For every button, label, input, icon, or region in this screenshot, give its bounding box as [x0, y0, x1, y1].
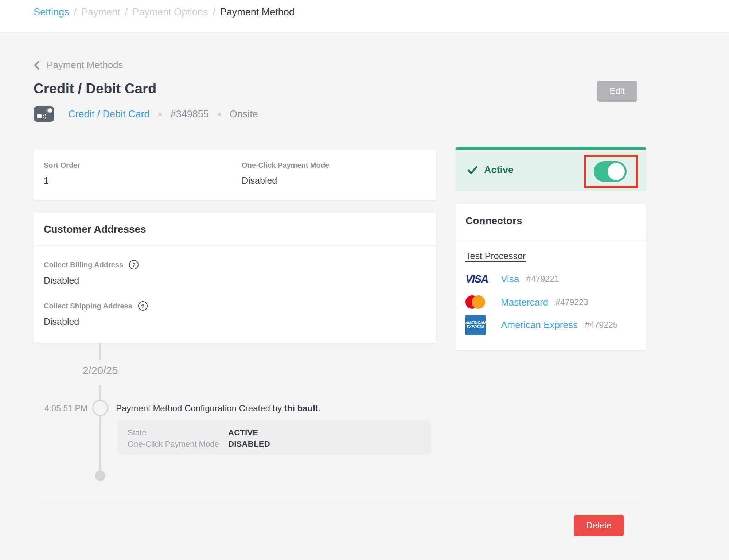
- connector-amex-link[interactable]: American Express: [501, 319, 578, 331]
- customer-addresses-card: Customer Addresses Collect Billing Addre…: [34, 213, 436, 343]
- connector-row-visa: VISA Visa #479221: [465, 271, 559, 287]
- detail-one-click-label: One-Click Payment Mode: [128, 438, 228, 450]
- sort-order-field: Sort Order 1: [44, 161, 80, 186]
- breadcrumb-settings[interactable]: Settings: [34, 7, 69, 18]
- connectors-title: Connectors: [465, 215, 522, 227]
- billing-address-label: Collect Billing Address: [44, 261, 123, 269]
- shipping-address-label: Collect Shipping Address: [44, 302, 132, 310]
- timeline-line: [99, 385, 101, 400]
- billing-address-value: Disabled: [44, 275, 139, 286]
- billing-address-field: Collect Billing Address ? Disabled: [44, 260, 139, 286]
- page-title: Credit / Debit Card: [34, 81, 156, 97]
- help-icon[interactable]: ?: [129, 260, 139, 269]
- overview-card: Sort Order 1 One-Click Payment Mode Disa…: [34, 150, 436, 200]
- separator-square: [159, 113, 162, 116]
- breadcrumb-separator: /: [74, 7, 77, 18]
- one-click-label: One-Click Payment Mode: [242, 161, 329, 170]
- back-to-payment-methods-link[interactable]: Payment Methods: [33, 59, 123, 71]
- sort-order-label: Sort Order: [44, 161, 80, 170]
- detail-state-value: ACTIVE: [228, 427, 258, 438]
- timeline-end-dot: [95, 471, 105, 481]
- event-details-box: State ACTIVE One-Click Payment Mode DISA…: [118, 420, 431, 455]
- help-icon[interactable]: ?: [138, 301, 148, 311]
- delete-button[interactable]: Delete: [574, 515, 624, 536]
- separator-square: [218, 113, 221, 116]
- highlight-annotation: [584, 155, 638, 188]
- edit-button[interactable]: Edit: [597, 81, 637, 102]
- breadcrumb-payment-options[interactable]: Payment Options: [132, 7, 208, 18]
- processor-link[interactable]: Test Processor: [465, 251, 526, 261]
- divider: [34, 245, 436, 246]
- credit-card-icon: [34, 106, 54, 122]
- connector-amex-id: #479225: [585, 320, 618, 330]
- payment-method-detail-page: Settings / Payment / Payment Options / P…: [0, 0, 729, 560]
- event-detail-row: State ACTIVE: [128, 427, 431, 438]
- top-bar: Settings / Payment / Payment Options / P…: [0, 0, 729, 33]
- breadcrumb-separator: /: [125, 7, 128, 18]
- timeline-event-marker: [92, 400, 108, 416]
- active-toggle[interactable]: [594, 161, 627, 182]
- sort-order-value: 1: [44, 175, 80, 186]
- connectors-card: Connectors Test Processor VISA Visa #479…: [456, 204, 646, 350]
- method-channel: Onsite: [230, 109, 258, 120]
- amex-logo-icon: AMERICAN EXPRESS: [465, 315, 486, 335]
- timeline-event-time: 4:05:51 PM: [21, 404, 87, 413]
- shipping-address-field: Collect Shipping Address ? Disabled: [44, 301, 148, 327]
- one-click-value: Disabled: [242, 175, 329, 186]
- toggle-knob: [608, 163, 625, 180]
- status-indicator: Active: [467, 150, 514, 190]
- breadcrumb-payment-method: Payment Method: [220, 7, 295, 18]
- connector-row-amex: AMERICAN EXPRESS American Express #47922…: [465, 314, 618, 335]
- status-label: Active: [484, 164, 514, 176]
- method-id: #349855: [171, 109, 209, 120]
- timeline-event-text: Payment Method Configuration Created by …: [116, 403, 321, 413]
- event-actor: thi bault: [284, 403, 318, 413]
- timeline-line: [99, 416, 101, 472]
- breadcrumb-payment[interactable]: Payment: [81, 7, 120, 18]
- breadcrumb: Settings / Payment / Payment Options / P…: [34, 7, 295, 18]
- mastercard-logo-icon: [465, 295, 485, 309]
- event-detail-row: One-Click Payment Mode DISABLED: [128, 438, 431, 450]
- status-card: Active: [456, 147, 646, 190]
- customer-addresses-title: Customer Addresses: [44, 223, 146, 235]
- method-type-link[interactable]: Credit / Debit Card: [68, 109, 150, 120]
- divider: [34, 502, 646, 502]
- connector-row-mastercard: Mastercard #479223: [465, 295, 588, 310]
- detail-one-click-value: DISABLED: [228, 438, 270, 450]
- checkmark-icon: [467, 166, 477, 175]
- divider: [456, 240, 646, 240]
- chevron-left-icon: [33, 60, 41, 70]
- one-click-field: One-Click Payment Mode Disabled: [242, 161, 329, 186]
- connector-visa-id: #479221: [526, 274, 559, 284]
- breadcrumb-separator: /: [213, 7, 215, 18]
- timeline-date: 2/20/25: [64, 365, 137, 377]
- connector-visa-link[interactable]: Visa: [501, 273, 519, 285]
- shipping-address-value: Disabled: [44, 316, 148, 327]
- detail-state-label: State: [128, 427, 228, 438]
- visa-logo-icon: VISA: [465, 273, 488, 285]
- back-link-label: Payment Methods: [47, 59, 123, 71]
- timeline-line: [99, 343, 101, 360]
- connector-mastercard-link[interactable]: Mastercard: [501, 297, 548, 308]
- connector-mastercard-id: #479223: [555, 298, 588, 307]
- method-summary-row: Credit / Debit Card #349855 Onsite: [34, 106, 258, 122]
